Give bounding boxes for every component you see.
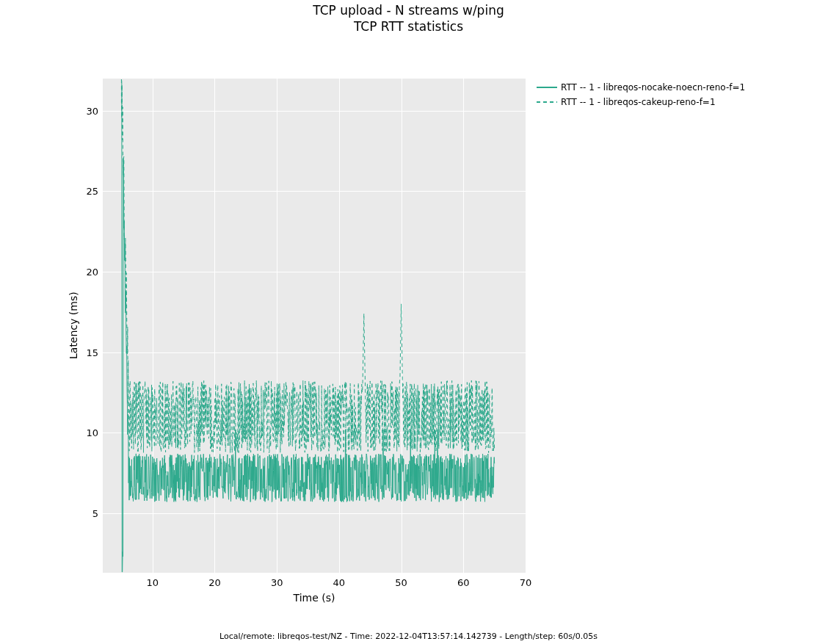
y-tick-label: 10 bbox=[82, 427, 98, 438]
x-tick-label: 20 bbox=[208, 577, 221, 588]
plot-area bbox=[103, 79, 526, 573]
chart-titles: TCP upload - N streams w/ping TCP RTT st… bbox=[0, 3, 817, 34]
y-tick-label: 5 bbox=[82, 507, 98, 518]
y-axis-label: Latency (ms) bbox=[68, 292, 79, 359]
legend-entry: RTT -- 1 - libreqos-nocake-noecn-reno-f=… bbox=[537, 80, 745, 95]
x-tick-label: 40 bbox=[333, 577, 346, 588]
x-tick-label: 60 bbox=[457, 577, 470, 588]
series-line bbox=[121, 79, 494, 453]
y-tick-label: 15 bbox=[82, 347, 98, 358]
x-axis-label: Time (s) bbox=[103, 592, 526, 604]
y-tick-label: 25 bbox=[82, 186, 98, 197]
legend-swatch bbox=[537, 98, 557, 106]
y-tick-label: 30 bbox=[82, 105, 98, 116]
legend-swatch bbox=[537, 83, 557, 92]
x-tick-label: 30 bbox=[271, 577, 283, 588]
plot-svg bbox=[103, 79, 526, 573]
chart-subtitle: TCP RTT statistics bbox=[0, 19, 817, 34]
x-tick-label: 70 bbox=[520, 577, 532, 588]
x-tick-label: 10 bbox=[146, 577, 159, 588]
grid-line-v bbox=[526, 79, 526, 573]
legend-label: RTT -- 1 - libreqos-nocake-noecn-reno-f=… bbox=[561, 82, 745, 93]
y-tick-label: 20 bbox=[82, 267, 98, 278]
series-line bbox=[121, 79, 494, 572]
chart-title: TCP upload - N streams w/ping bbox=[0, 3, 817, 18]
legend-entry: RTT -- 1 - libreqos-cakeup-reno-f=1 bbox=[537, 95, 745, 109]
x-tick-label: 50 bbox=[395, 577, 407, 588]
legend: RTT -- 1 - libreqos-nocake-noecn-reno-f=… bbox=[537, 80, 745, 109]
legend-label: RTT -- 1 - libreqos-cakeup-reno-f=1 bbox=[561, 97, 716, 107]
chart-footer: Local/remote: libreqos-test/NZ - Time: 2… bbox=[0, 632, 817, 641]
